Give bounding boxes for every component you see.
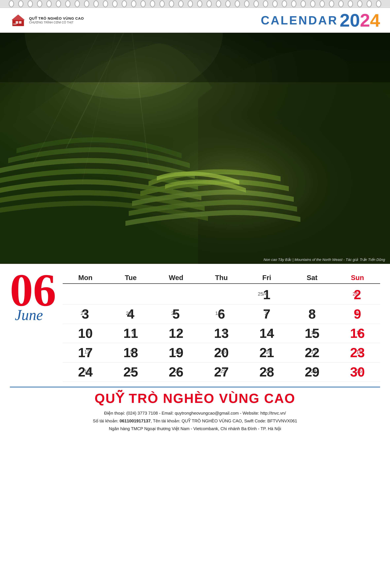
spiral-binding bbox=[0, 0, 390, 8]
cal-cell-11: 116 bbox=[108, 324, 153, 343]
cal-cell-10: 105 bbox=[63, 324, 108, 343]
cal-cell-4: 428 bbox=[108, 305, 153, 324]
calendar-week-5: 2419 2520 2621 2722 2823 2924 30 bbox=[63, 363, 380, 382]
spiral-hole bbox=[197, 0, 202, 7]
spiral-hole bbox=[84, 0, 89, 7]
calendar-title: CALENDAR 2024 bbox=[261, 11, 380, 29]
svg-rect-14 bbox=[0, 33, 390, 82]
spiral-hole bbox=[112, 0, 117, 7]
sub-date: 27 bbox=[81, 311, 86, 316]
sub-date: 10 bbox=[311, 330, 316, 335]
cal-cell-27: 2722 bbox=[199, 363, 244, 382]
month-name: June bbox=[15, 307, 43, 323]
day-header-sat: Sat bbox=[290, 272, 335, 284]
contact-account-suffix: , Tên tài khoản: QUỸ TRÒ NGHÈO VÙNG CAO,… bbox=[151, 419, 297, 423]
spiral-hole bbox=[94, 0, 99, 7]
calendar-section: 06 June Mon Tue Wed Thu Fri Sat Sun bbox=[0, 264, 390, 385]
day-header-thu: Thu bbox=[199, 272, 244, 284]
month-number: 06 bbox=[10, 270, 56, 310]
contact-section: Điện thoại: (024) 3773 7108 - Email: quy… bbox=[0, 408, 390, 437]
photo-section: Non cao Tây Bắc | Mountains of the North… bbox=[0, 33, 390, 264]
sub-date: 9 bbox=[268, 330, 271, 335]
spiral-hole bbox=[253, 0, 259, 7]
svg-rect-2 bbox=[16, 21, 18, 24]
contact-line-2: Số tài khoản: 0611001917137, Tên tài kho… bbox=[10, 417, 380, 425]
cal-cell-8: 83 bbox=[290, 305, 335, 324]
cal-cell-3: 327 bbox=[63, 305, 108, 324]
cal-cell-19: 1914 bbox=[153, 343, 199, 362]
year-20: 20 bbox=[340, 10, 360, 30]
cal-cell-25: 2520 bbox=[108, 363, 153, 382]
spiral-hole bbox=[75, 0, 80, 7]
spiral-hole bbox=[150, 0, 155, 7]
spiral-hole bbox=[37, 0, 42, 7]
logo-text: QUỸ TRÒ NGHÈO VÙNG CAO CHƯƠNG TRÌNH CƠM … bbox=[29, 16, 84, 24]
spiral-hole bbox=[376, 0, 381, 7]
cal-cell-26: 2621 bbox=[153, 363, 199, 382]
sub-date: 28 bbox=[126, 311, 131, 316]
spiral-hole bbox=[300, 0, 306, 7]
main-date: 14 bbox=[259, 326, 274, 341]
cal-cell-29: 2924 bbox=[290, 363, 335, 382]
cal-cell-16: 1611 bbox=[335, 324, 380, 343]
spiral-hole bbox=[28, 0, 33, 7]
spiral-hole bbox=[216, 0, 221, 7]
sub-date: 6 bbox=[132, 330, 135, 335]
sub-date: 12 bbox=[84, 349, 90, 355]
contact-account-number: 0611001917137 bbox=[120, 419, 151, 423]
cal-cell-14: 149 bbox=[244, 324, 290, 343]
cal-cell-empty bbox=[108, 285, 153, 304]
spiral-hole bbox=[282, 0, 287, 7]
sub-date: 20 bbox=[130, 368, 135, 374]
spiral-hole bbox=[159, 0, 165, 7]
svg-rect-3 bbox=[19, 21, 21, 24]
sub-date: 7 bbox=[178, 330, 181, 335]
cal-cell-23: 2318 bbox=[335, 343, 380, 362]
spiral-hole bbox=[310, 0, 315, 7]
logo-area: QUỸ TRÒ NGHÈO VÙNG CAO CHƯƠNG TRÌNH CƠM … bbox=[10, 13, 84, 28]
cal-cell-5: 529 bbox=[153, 305, 199, 324]
day-header-fri: Fri bbox=[244, 272, 290, 284]
spiral-hole bbox=[169, 0, 174, 7]
sub-date: 19 bbox=[84, 368, 90, 374]
year-display: 2024 bbox=[340, 11, 380, 29]
sub-date: 23 bbox=[266, 368, 271, 374]
spiral-hole bbox=[225, 0, 231, 7]
calendar-grid: Mon Tue Wed Thu Fri Sat Sun 1 25/4 bbox=[63, 270, 380, 382]
sub-date: 29 bbox=[171, 311, 177, 316]
cal-cell-20: 2015 bbox=[199, 343, 244, 362]
sub-date: 2 bbox=[265, 311, 268, 316]
spiral-hole bbox=[329, 0, 334, 7]
year-digit-2: 2 bbox=[360, 10, 370, 30]
logo-icon bbox=[10, 13, 26, 28]
photo-caption: Non cao Tây Bắc | Mountains of the North… bbox=[264, 258, 385, 262]
cal-cell-6: 61/5 bbox=[199, 305, 244, 324]
spiral-hole bbox=[244, 0, 249, 7]
contact-line-3: Ngân hàng TMCP Ngoại thương Việt Nam - V… bbox=[10, 425, 380, 433]
calendar-week-2: 327 428 529 61/5 72 83 94 bbox=[63, 305, 380, 324]
main-date: 10 bbox=[78, 326, 93, 341]
cal-cell-empty bbox=[63, 285, 108, 304]
cal-cell-empty bbox=[199, 285, 244, 304]
cal-cell-13: 138 bbox=[199, 324, 244, 343]
spiral-hole bbox=[65, 0, 70, 7]
sub-date: 3 bbox=[310, 311, 313, 316]
header: QUỸ TRÒ NGHÈO VÙNG CAO CHƯƠNG TRÌNH CƠM … bbox=[0, 8, 390, 33]
org-program-header: CHƯƠNG TRÌNH CƠM CÓ THỊT bbox=[29, 21, 84, 24]
main-date: 12 bbox=[169, 326, 183, 341]
spiral-hole bbox=[178, 0, 184, 7]
spiral-hole bbox=[367, 0, 372, 7]
cal-cell-22: 2217 bbox=[290, 343, 335, 362]
main-date: 11 bbox=[123, 326, 138, 341]
sub-date: 25 bbox=[356, 368, 362, 374]
calendar-body: 06 June Mon Tue Wed Thu Fri Sat Sun bbox=[10, 270, 380, 382]
spiral-hole bbox=[9, 0, 14, 7]
cal-cell-9: 94 bbox=[335, 305, 380, 324]
sub-date: 8 bbox=[223, 330, 226, 335]
day-header-wed: Wed bbox=[153, 272, 199, 284]
sub-date: 18 bbox=[356, 349, 362, 355]
spiral-hole bbox=[122, 0, 127, 7]
sub-date: 13 bbox=[130, 349, 135, 355]
date-wrapper: 2 26 bbox=[354, 288, 361, 301]
sub-date: 1/5 bbox=[215, 311, 222, 316]
